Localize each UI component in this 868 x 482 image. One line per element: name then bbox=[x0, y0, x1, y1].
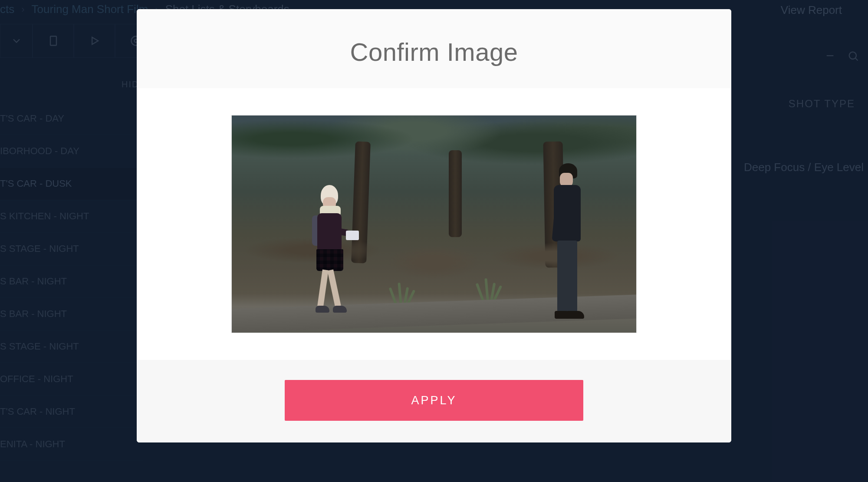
person-figure-right bbox=[549, 163, 589, 324]
modal-overlay[interactable]: Confirm Image bbox=[0, 0, 868, 482]
modal-body bbox=[137, 88, 731, 360]
confirm-image-modal: Confirm Image bbox=[137, 9, 731, 442]
modal-footer: APPLY bbox=[137, 360, 731, 442]
apply-button[interactable]: APPLY bbox=[285, 380, 583, 421]
plant bbox=[470, 265, 505, 304]
preview-image bbox=[231, 115, 637, 333]
person-figure-left bbox=[308, 185, 351, 320]
modal-title: Confirm Image bbox=[154, 37, 714, 66]
modal-header: Confirm Image bbox=[137, 9, 731, 88]
